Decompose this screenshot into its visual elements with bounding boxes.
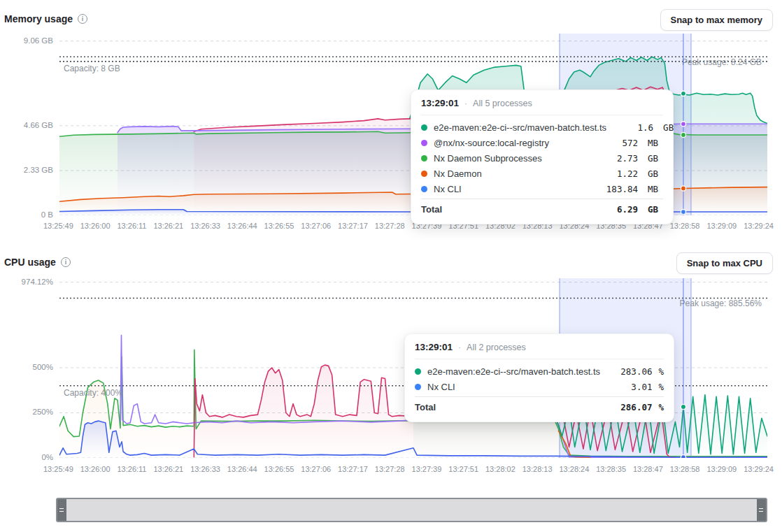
x-tick-label: 13:29:09: [706, 222, 737, 230]
process-value: 3.01: [611, 382, 652, 392]
x-tick-label: 13:28:24: [559, 465, 589, 473]
y-tick-label: 9.06 GB: [24, 36, 53, 45]
x-tick-label: 13:26:21: [153, 222, 183, 230]
x-tick-label: 13:27:28: [375, 465, 405, 473]
grip-icon: [59, 508, 64, 510]
process-unit: GB: [648, 168, 663, 179]
x-tick-label: 13:28:58: [670, 222, 700, 230]
x-tick-label: 13:26:11: [117, 465, 146, 473]
x-tick-label: 13:25:49: [43, 465, 73, 473]
process-value: 1.22: [597, 168, 638, 179]
cpu-x-axis: 13:25:4913:26:0013:26:1113:26:2113:26:33…: [43, 465, 774, 473]
series-color-dot: [421, 186, 427, 192]
process-unit: %: [658, 366, 664, 377]
x-tick-label: 13:27:17: [338, 222, 368, 230]
total-value: 6.29: [597, 204, 638, 215]
process-name: e2e-maven:e2e-ci--src/maven-batch.test.t…: [434, 122, 606, 133]
crosshair-dot: [681, 122, 685, 127]
memory-tooltip-total: Total 6.29 GB: [421, 199, 663, 220]
tooltip-row: Nx Daemon1.22GB: [421, 166, 663, 181]
memory-info-icon[interactable]: i: [78, 14, 87, 24]
capacity-label: Capacity: 400%: [64, 388, 122, 398]
x-tick-label: 13:28:47: [633, 465, 663, 473]
cpu-tooltip-rows: e2e-maven:e2e-ci--src/maven-batch.test.t…: [415, 359, 664, 394]
crosshair-dot: [681, 91, 685, 96]
tooltip-row: e2e-maven:e2e-ci--src/maven-batch.test.t…: [415, 364, 664, 379]
x-tick-label: 13:27:39: [412, 465, 442, 473]
crosshair-dot: [681, 132, 685, 137]
series-color-dot: [415, 368, 421, 375]
total-label: Total: [421, 204, 591, 215]
process-name: Nx CLI: [427, 382, 605, 392]
slider-right-handle[interactable]: [757, 499, 766, 521]
process-name: Nx Daemon Subprocesses: [434, 153, 591, 164]
total-label: Total: [415, 402, 605, 412]
process-name: @nx/nx-source:local-registry: [434, 138, 591, 148]
x-tick-label: 13:27:06: [301, 465, 331, 473]
x-tick-label: 13:26:55: [264, 465, 294, 473]
slider-left-handle[interactable]: [57, 499, 66, 521]
memory-usage-title: Memory usage i: [4, 13, 87, 24]
y-tick-label: 0 B: [41, 210, 53, 219]
x-tick-label: 13:26:55: [264, 222, 294, 230]
tooltip-subtitle: All 5 processes: [473, 99, 532, 108]
process-name: Nx Daemon: [434, 168, 591, 179]
x-tick-label: 13:26:11: [117, 222, 146, 230]
x-tick-label: 13:27:17: [338, 465, 368, 473]
tooltip-separator: ·: [458, 343, 461, 352]
tooltip-subtitle: All 2 processes: [467, 343, 526, 352]
y-tick-label: 2.33 GB: [24, 166, 53, 174]
x-tick-label: 13:28:13: [522, 465, 553, 473]
process-unit: GB: [648, 153, 663, 164]
process-name: Nx CLI: [434, 184, 591, 194]
process-unit: %: [658, 382, 664, 392]
x-tick-label: 13:27:28: [375, 222, 405, 230]
tooltip-row: Nx CLI3.01%: [415, 379, 664, 394]
tooltip-time: 13:29:01: [415, 342, 453, 352]
grip-icon: [759, 508, 763, 510]
tooltip-row: Nx Daemon Subprocesses2.73GB: [421, 150, 663, 166]
x-tick-label: 13:28:35: [596, 465, 626, 473]
x-tick-label: 13:29:24: [744, 465, 774, 473]
cpu-info-icon[interactable]: i: [61, 257, 71, 267]
series-color-dot: [421, 171, 427, 177]
process-value: 572: [597, 138, 638, 148]
crosshair-dot: [681, 404, 685, 409]
series-color-dot: [421, 155, 427, 161]
total-unit: GB: [648, 204, 663, 215]
peak-label: Peak usage: 885.56%: [680, 299, 762, 308]
x-tick-label: 13:26:00: [80, 465, 111, 473]
x-tick-label: 13:29:09: [706, 465, 737, 473]
process-monitor-app: Memory usage i Snap to max memory Capaci…: [0, 0, 782, 532]
total-unit: %: [658, 402, 664, 412]
cpu-tooltip: 13:29:01 · All 2 processes e2e-maven:e2e…: [404, 333, 674, 422]
memory-tooltip: 13:29:01 · All 5 processes e2e-maven:e2e…: [411, 89, 674, 224]
cpu-usage-title-text: CPU usage: [4, 257, 56, 268]
y-tick-label: 0%: [41, 453, 53, 461]
process-unit: GB: [663, 122, 678, 133]
snap-to-max-memory-button[interactable]: Snap to max memory: [660, 9, 774, 31]
y-tick-label: 250%: [33, 408, 53, 416]
cpu-tooltip-total: Total 286.07 %: [415, 396, 664, 417]
memory-tooltip-header: 13:29:01 · All 5 processes: [421, 98, 663, 115]
crosshair-dot: [681, 186, 685, 191]
time-range-slider[interactable]: [56, 498, 767, 522]
process-unit: MB: [648, 184, 663, 194]
process-value: 1.6: [613, 122, 653, 133]
cpu-tooltip-header: 13:29:01 · All 2 processes: [415, 342, 664, 359]
y-tick-label: 974.12%: [22, 278, 53, 286]
x-tick-label: 13:27:51: [448, 465, 478, 473]
x-tick-label: 13:26:44: [227, 465, 257, 473]
process-unit: MB: [648, 138, 663, 148]
series-color-dot: [421, 140, 427, 146]
x-tick-label: 13:28:58: [670, 465, 700, 473]
process-name: e2e-maven:e2e-ci--src/maven-batch.test.t…: [427, 366, 605, 377]
slider-track[interactable]: [66, 499, 757, 521]
tooltip-separator: ·: [464, 99, 467, 108]
x-tick-label: 13:26:44: [227, 222, 257, 230]
process-value: 183.84: [597, 184, 638, 194]
snap-to-max-cpu-button[interactable]: Snap to max CPU: [676, 252, 773, 274]
process-value: 2.73: [597, 153, 638, 164]
tooltip-row: e2e-maven:e2e-ci--src/maven-batch.test.t…: [421, 120, 663, 135]
cpu-usage-title: CPU usage i: [4, 257, 71, 268]
